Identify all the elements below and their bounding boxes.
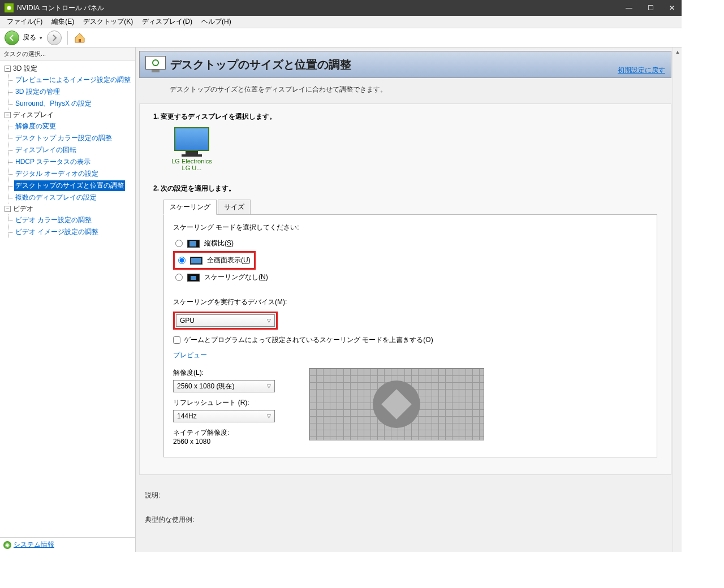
collapse-icon[interactable]: − <box>5 66 11 72</box>
radio-fullscreen[interactable]: 全画面表示(U) <box>176 254 253 267</box>
nav-desktop-color[interactable]: デスクトップ カラー設定の調整 <box>14 133 113 144</box>
tree-node-video[interactable]: −ビデオ <box>0 204 135 214</box>
page-title: デスクトップのサイズと位置の調整 <box>170 57 618 72</box>
nav-hdcp-status[interactable]: HDCP ステータスの表示 <box>14 157 92 167</box>
display-selector: LG Electronics LG U... <box>170 127 657 171</box>
maximize-button[interactable]: ☐ <box>645 3 656 13</box>
aspect-icon <box>187 240 200 248</box>
tab-body: スケーリング モードを選択してください: 縦横比(S) 全画面表示(U) <box>163 214 657 457</box>
radio-no-scaling[interactable]: スケーリングなし(N) <box>173 271 648 284</box>
back-button[interactable] <box>5 31 19 45</box>
forward-button[interactable] <box>47 31 62 45</box>
svg-rect-1 <box>79 39 81 42</box>
tabstrip: スケーリング サイズ <box>163 199 657 214</box>
scaling-device-label: スケーリングを実行するデバイス(M): <box>173 297 648 307</box>
fullscreen-icon <box>190 257 202 265</box>
page-description: デスクトップのサイズと位置をディスプレイに合わせて調整できます。 <box>136 78 675 103</box>
close-button[interactable]: ✕ <box>667 3 677 13</box>
nav-3d-preview[interactable]: プレビューによるイメージ設定の調整 <box>14 75 132 85</box>
step1-title: 1. 変更するディスプレイを選択します。 <box>153 112 657 122</box>
toolbar: 戻る ▾ <box>0 28 682 47</box>
preview-image <box>309 368 484 440</box>
override-label: ゲームとプログラムによって設定されているスケーリング モードを上書きする(O) <box>184 335 433 345</box>
home-icon[interactable] <box>74 32 86 44</box>
scrollbar[interactable]: ▲ <box>673 47 682 552</box>
menu-edit[interactable]: 編集(E) <box>47 16 79 28</box>
chevron-down-icon: ▽ <box>267 318 271 323</box>
chevron-down-icon: ▽ <box>267 383 271 389</box>
monitor-header-icon <box>145 56 166 73</box>
nav-video-image[interactable]: ビデオ イメージ設定の調整 <box>14 227 100 237</box>
nav-multi-display[interactable]: 複数のディスプレイの設定 <box>14 192 98 203</box>
radio-aspect-label: 縦横比(S) <box>204 239 234 248</box>
collapse-icon[interactable]: − <box>5 206 11 212</box>
nav-rotate-display[interactable]: ディスプレイの回転 <box>14 145 77 155</box>
menu-help[interactable]: ヘルプ(H) <box>197 16 236 28</box>
scaling-mode-label: スケーリング モードを選択してください: <box>173 223 648 232</box>
nav-video-color[interactable]: ビデオ カラー設定の調整 <box>14 215 93 226</box>
back-label: 戻る <box>23 33 36 42</box>
tab-size[interactable]: サイズ <box>218 200 251 215</box>
radio-fullscreen-label: 全画面表示(U) <box>207 256 251 265</box>
preview-title: プレビュー <box>173 351 648 360</box>
resolution-select[interactable]: 2560 x 1080 (現在)▽ <box>173 380 275 392</box>
scaling-device-value: GPU <box>180 317 195 325</box>
monitor-icon <box>174 127 209 151</box>
override-checkbox-row[interactable]: ゲームとプログラムによって設定されているスケーリング モードを上書きする(O) <box>173 335 648 345</box>
back-dropdown-icon[interactable]: ▾ <box>40 35 42 41</box>
refresh-label: リフレッシュ レート (R): <box>173 398 286 408</box>
explain-section: 説明: <box>139 486 671 505</box>
radio-noscaling-label: スケーリングなし(N) <box>204 273 268 282</box>
nav-tree: −3D 設定 プレビューによるイメージ設定の調整 3D 設定の管理 Surrou… <box>0 61 135 537</box>
sidebar-footer: ◉ システム情報 <box>0 537 135 552</box>
native-res-value: 2560 x 1080 <box>173 438 286 446</box>
toolbar-separator <box>67 31 68 45</box>
nvidia-logo-icon <box>5 3 14 12</box>
sysinfo-icon: ◉ <box>3 541 11 549</box>
scroll-up-icon[interactable]: ▲ <box>673 47 682 57</box>
highlight-device-select: GPU ▽ <box>173 312 278 330</box>
nav-desktop-size-position[interactable]: デスクトップのサイズと位置の調整 <box>14 180 125 191</box>
collapse-icon[interactable]: − <box>5 112 11 118</box>
chevron-down-icon: ▽ <box>267 413 271 419</box>
resolution-label: 解像度(L): <box>173 368 286 378</box>
override-checkbox[interactable] <box>173 336 180 344</box>
typical-usage-section: 典型的な使用例: <box>139 513 671 527</box>
step2-title: 2. 次の設定を適用します。 <box>153 184 657 193</box>
radio-aspect-ratio[interactable]: 縦横比(S) <box>173 237 648 250</box>
menu-file[interactable]: ファイル(F) <box>2 16 47 28</box>
sidebar-header: タスクの選択... <box>0 47 135 61</box>
scaling-device-select[interactable]: GPU ▽ <box>176 314 275 327</box>
window-title: NVIDIA コントロール パネル <box>17 3 624 13</box>
minimize-button[interactable]: — <box>624 3 634 13</box>
tree-node-display[interactable]: −ディスプレイ <box>0 110 135 120</box>
page-header: デスクトップのサイズと位置の調整 初期設定に戻す <box>139 51 671 78</box>
radio-fullscreen-input[interactable] <box>178 257 186 264</box>
tab-scaling[interactable]: スケーリング <box>163 200 217 215</box>
titlebar: NVIDIA コントロール パネル — ☐ ✕ <box>0 0 682 16</box>
menu-display[interactable]: ディスプレイ(D) <box>137 16 197 28</box>
nav-3d-manage[interactable]: 3D 設定の管理 <box>14 87 61 97</box>
display-tile[interactable]: LG Electronics LG U... <box>170 127 213 171</box>
native-res-label: ネイティブ解像度: <box>173 428 286 438</box>
nav-digital-audio[interactable]: デジタル オーディオの設定 <box>14 168 100 179</box>
system-info-link[interactable]: システム情報 <box>14 540 54 550</box>
nav-change-resolution[interactable]: 解像度の変更 <box>14 121 57 132</box>
tree-node-3d[interactable]: −3D 設定 <box>0 63 135 74</box>
svg-point-0 <box>7 6 11 10</box>
refresh-select[interactable]: 144Hz▽ <box>173 410 275 422</box>
radio-aspect-input[interactable] <box>175 240 183 247</box>
sidebar: タスクの選択... −3D 設定 プレビューによるイメージ設定の調整 3D 設定… <box>0 47 136 552</box>
radio-noscaling-input[interactable] <box>175 274 183 281</box>
menu-desktop[interactable]: デスクトップ(K) <box>79 16 137 28</box>
restore-defaults-link[interactable]: 初期設定に戻す <box>618 66 665 75</box>
menubar: ファイル(F) 編集(E) デスクトップ(K) ディスプレイ(D) ヘルプ(H) <box>0 16 682 28</box>
main-content: デスクトップのサイズと位置の調整 初期設定に戻す デスクトップのサイズと位置をデ… <box>136 47 682 552</box>
highlight-fullscreen: 全画面表示(U) <box>173 251 256 270</box>
svg-point-2 <box>153 60 158 66</box>
display-name-label: LG Electronics LG U... <box>170 158 213 171</box>
noscaling-icon <box>187 274 200 282</box>
nav-surround-physx[interactable]: Surround、PhysX の設定 <box>14 98 93 109</box>
settings-panel: 1. 変更するディスプレイを選択します。 LG Electronics LG U… <box>139 103 671 475</box>
